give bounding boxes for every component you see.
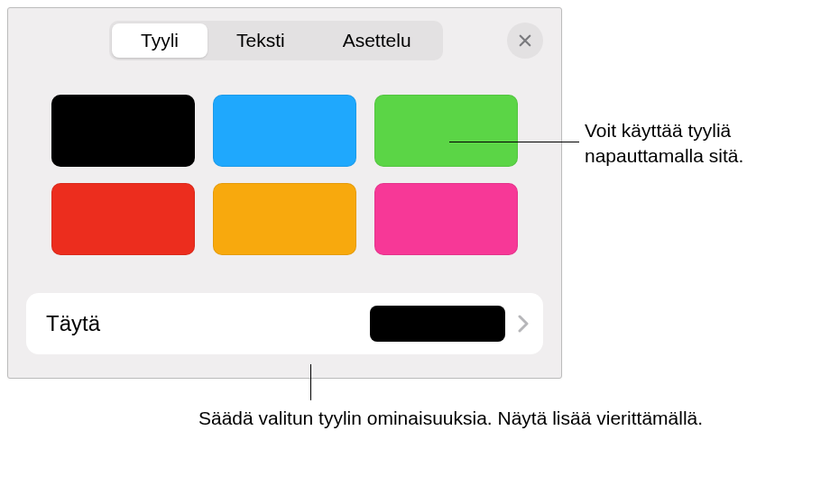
swatch-black[interactable] xyxy=(51,95,195,167)
close-button[interactable] xyxy=(507,23,543,59)
header: Tyyli Teksti Asettelu xyxy=(8,8,561,69)
fill-color-preview[interactable] xyxy=(370,306,505,342)
callout-leader-1 xyxy=(449,142,579,142)
tab-text[interactable]: Teksti xyxy=(208,23,314,58)
tab-group: Tyyli Teksti Asettelu xyxy=(109,21,443,60)
swatch-pink[interactable] xyxy=(374,183,518,255)
swatch-orange[interactable] xyxy=(213,183,356,255)
close-icon xyxy=(517,32,533,49)
tab-layout[interactable]: Asettelu xyxy=(314,23,440,58)
swatch-green[interactable] xyxy=(374,95,518,167)
fill-right xyxy=(370,306,529,342)
fill-label: Täytä xyxy=(46,311,100,336)
tab-style[interactable]: Tyyli xyxy=(112,23,208,58)
fill-row[interactable]: Täytä xyxy=(26,293,543,354)
chevron-right-icon xyxy=(518,315,529,333)
callout-leader-2 xyxy=(310,364,311,400)
callout-apply-style: Voit käyttää tyyliä napauttamalla sitä. xyxy=(585,118,830,170)
style-panel: Tyyli Teksti Asettelu Täytä xyxy=(7,7,562,379)
swatch-blue[interactable] xyxy=(213,95,356,167)
swatch-red[interactable] xyxy=(51,183,195,255)
swatch-grid xyxy=(8,69,561,273)
callout-adjust-style: Säädä valitun tyylin ominaisuuksia. Näyt… xyxy=(198,406,703,431)
